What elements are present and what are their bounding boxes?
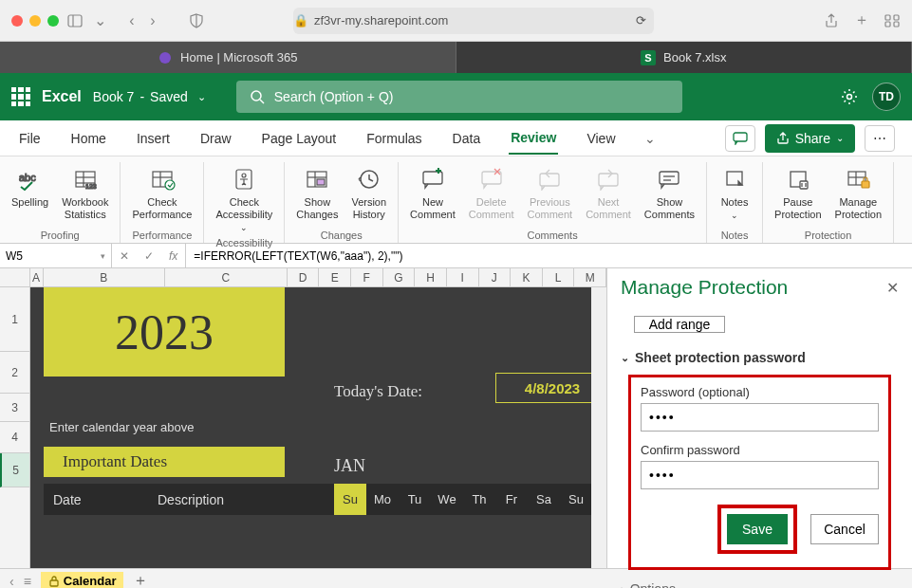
save-button[interactable]: Save — [727, 514, 788, 544]
sheet-tab-calendar[interactable]: Calendar — [41, 572, 124, 588]
name-box[interactable]: W5 ▾ — [0, 244, 112, 267]
svg-point-21 — [165, 180, 175, 190]
browser-tab-book7[interactable]: S Book 7.xlsx — [456, 42, 913, 73]
svg-point-10 — [847, 95, 852, 100]
comments-button[interactable] — [725, 125, 755, 152]
spelling-button[interactable]: abcSpelling — [6, 162, 54, 227]
doc-name[interactable]: Book 7 - Saved ⌄ — [93, 89, 206, 104]
share-button[interactable]: Share ⌄ — [765, 124, 855, 153]
day-cell[interactable]: Fr — [495, 484, 528, 515]
delete-comment-button: Delete Comment — [463, 162, 520, 227]
tab-home[interactable]: Home — [69, 123, 108, 154]
options-section[interactable]: › Options — [607, 576, 912, 588]
section-header[interactable]: ⌄ Sheet protection password — [621, 350, 899, 365]
tab-review[interactable]: Review — [509, 122, 558, 155]
svg-point-23 — [242, 174, 246, 177]
tab-formulas[interactable]: Formulas — [364, 123, 423, 154]
col-header[interactable]: E — [319, 268, 351, 286]
day-cell[interactable]: Mo — [366, 484, 399, 515]
shield-icon[interactable] — [188, 12, 205, 29]
day-cell[interactable]: We — [431, 484, 463, 515]
close-window[interactable] — [11, 15, 23, 27]
lock-icon: 🔒 — [293, 13, 308, 28]
pause-protection-button[interactable]: Pause Protection — [769, 162, 828, 227]
browser-tab-home[interactable]: Home | Microsoft 365 — [0, 42, 456, 73]
col-header[interactable]: K — [511, 268, 543, 286]
sidebar-icon[interactable] — [66, 12, 84, 29]
password-field[interactable] — [641, 403, 879, 432]
col-header[interactable]: G — [383, 268, 416, 286]
col-header[interactable]: B — [44, 268, 166, 286]
col-header[interactable]: L — [543, 268, 575, 286]
col-header[interactable]: I — [447, 268, 479, 286]
day-cell[interactable]: Su — [334, 484, 366, 515]
tabs-icon[interactable] — [884, 12, 901, 29]
notes-button[interactable]: Notes⌄ — [713, 162, 756, 227]
share-icon[interactable] — [823, 12, 840, 29]
tab-insert[interactable]: Insert — [135, 123, 172, 154]
day-cell[interactable]: Th — [463, 484, 495, 515]
gear-icon[interactable] — [840, 87, 859, 106]
chevron-down-icon[interactable]: ⌄ — [91, 12, 108, 29]
col-header[interactable]: F — [351, 268, 383, 286]
close-icon[interactable]: ✕ — [886, 279, 899, 297]
day-cell[interactable]: Tu — [399, 484, 431, 515]
check-performance-button[interactable]: Check Performance — [126, 162, 197, 227]
avatar[interactable]: TD — [872, 83, 901, 111]
chevron-down-icon[interactable]: ⌄ — [644, 131, 656, 146]
search-input[interactable]: Search (Option + Q) — [236, 81, 682, 113]
col-header[interactable]: M — [574, 268, 606, 286]
row-header[interactable]: 5 — [0, 453, 29, 487]
tab-page-layout[interactable]: Page Layout — [260, 123, 339, 154]
day-cell[interactable]: Sa — [528, 484, 560, 515]
sheet-nav-prev[interactable]: ‹ — [9, 574, 14, 589]
cancel-formula-icon[interactable]: ✕ — [112, 249, 137, 263]
tab-data[interactable]: Data — [451, 123, 483, 154]
show-comments-button[interactable]: Show Comments — [639, 162, 700, 227]
all-sheets-icon[interactable]: ≡ — [24, 574, 31, 589]
grid-content[interactable]: 2023 Today's Date: 4/8/2023 Enter calend… — [30, 287, 591, 568]
tab-draw[interactable]: Draw — [198, 123, 233, 154]
manage-protection-button[interactable]: Manage Protection — [829, 162, 888, 227]
day-cell[interactable]: Su — [560, 484, 591, 515]
forward-icon[interactable]: › — [144, 12, 161, 29]
tab-view[interactable]: View — [585, 123, 617, 154]
reload-icon[interactable]: ⟳ — [636, 13, 646, 28]
new-tab-icon[interactable]: ＋ — [853, 12, 870, 29]
col-header[interactable]: A — [30, 268, 44, 286]
row-header[interactable]: 1 — [0, 287, 29, 352]
formula-input[interactable]: =IFERROR(LEFT(TEXT(W6,"aaa"), 2),"") — [186, 249, 912, 263]
minimize-window[interactable] — [29, 15, 41, 27]
row-header[interactable]: 4 — [0, 422, 29, 453]
col-header[interactable]: D — [288, 268, 320, 286]
confirm-password-field[interactable] — [641, 461, 879, 489]
row-header[interactable]: 2 — [0, 352, 29, 394]
more-button[interactable]: ⋯ — [865, 125, 895, 152]
back-icon[interactable]: ‹ — [123, 12, 140, 29]
cancel-button[interactable]: Cancel — [810, 514, 879, 544]
important-dates-header: Important Dates — [44, 447, 285, 477]
address-bar[interactable]: 🔒 zf3vr-my.sharepoint.com ⟳ — [293, 8, 654, 34]
show-changes-button[interactable]: Show Changes — [290, 162, 344, 227]
version-history-button[interactable]: Version History — [345, 162, 392, 227]
fx-icon[interactable]: fx — [161, 249, 185, 263]
add-sheet-button[interactable]: ＋ — [133, 571, 148, 588]
tab-file[interactable]: File — [17, 123, 43, 154]
col-header[interactable]: J — [479, 268, 512, 286]
col-header[interactable]: C — [165, 268, 288, 286]
add-range-button[interactable]: Add range — [634, 316, 725, 333]
select-all-cell[interactable] — [0, 268, 30, 286]
app-launcher-icon[interactable] — [11, 87, 30, 106]
new-comment-button[interactable]: New Comment — [404, 162, 461, 227]
check-accessibility-button[interactable]: Check Accessibility⌄ — [210, 162, 278, 234]
row-header[interactable]: 3 — [0, 394, 29, 422]
today-value-cell[interactable]: 4/8/2023 — [495, 373, 591, 403]
svg-rect-3 — [885, 15, 890, 20]
accept-formula-icon[interactable]: ✓ — [137, 249, 161, 263]
vertical-scrollbar[interactable] — [591, 287, 606, 568]
year-cell[interactable]: 2023 — [44, 287, 285, 377]
svg-line-9 — [260, 100, 264, 103]
col-header[interactable]: H — [415, 268, 447, 286]
workbook-stats-button[interactable]: 123Workbook Statistics — [56, 162, 114, 227]
maximize-window[interactable] — [47, 15, 59, 27]
